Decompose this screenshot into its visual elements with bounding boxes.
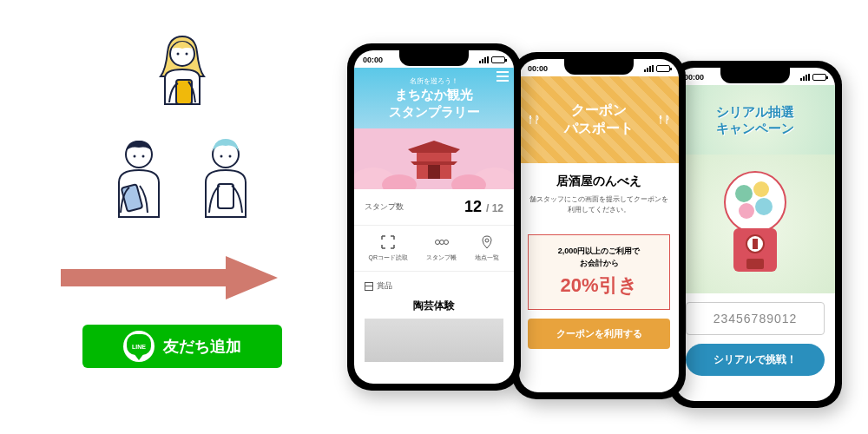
svg-rect-32 — [806, 75, 807, 81]
svg-point-25 — [485, 239, 489, 242]
svg-point-6 — [142, 155, 145, 158]
phone-notch — [720, 68, 790, 83]
hero-title-line1: シリアル抽選 — [716, 103, 794, 121]
svg-point-1 — [177, 53, 180, 56]
stamp-total: / 12 — [486, 202, 503, 214]
coupon-condition-l1: 2,000円以上のご利用で — [536, 246, 662, 258]
stamp-current: 12 — [464, 198, 482, 215]
svg-point-22 — [435, 240, 439, 245]
phone-coupon: 00:00 クーポン パスポート 居酒屋のんべえ 舗スタッフにこの画面を提示して… — [512, 52, 686, 399]
phone-notch — [564, 59, 634, 75]
battery-icon — [812, 74, 826, 81]
fork-knife-icon — [658, 114, 670, 126]
prize-section: 賞品 陶芸体験 — [354, 272, 514, 371]
gift-icon — [365, 282, 373, 291]
serial-challenge-button[interactable]: シリアルで挑戦！ — [686, 344, 825, 376]
gachapon-icon — [716, 168, 794, 280]
person-man-left-icon — [100, 130, 178, 226]
phone-notch — [399, 50, 469, 66]
stamps-icon — [434, 234, 450, 250]
battery-icon — [491, 56, 505, 63]
coupon-discount: 20%引き — [536, 273, 662, 299]
status-time: 00:00 — [363, 56, 383, 64]
svg-point-23 — [439, 240, 444, 245]
svg-rect-28 — [649, 66, 651, 72]
signal-icon — [644, 65, 654, 72]
qr-scan-button[interactable]: QRコード読取 — [369, 234, 409, 262]
stamp-count-row: スタンプ数 12 / 12 — [354, 189, 514, 226]
phone-stamp-rally: 00:00 名所を巡ろう！ まちなか観光 スタンプラリー — [347, 43, 521, 391]
svg-rect-30 — [800, 78, 802, 81]
line-button-label: 友だち追加 — [163, 336, 241, 357]
hero-banner: 名所を巡ろう！ まちなか観光 スタンプラリー — [354, 68, 514, 189]
signal-icon — [479, 56, 490, 63]
svg-rect-14 — [484, 57, 486, 63]
svg-rect-27 — [647, 68, 648, 72]
svg-rect-29 — [652, 65, 654, 72]
prize-item: 陶芸体験 — [365, 299, 503, 313]
coupon-condition-l2: お会計から — [536, 258, 662, 270]
svg-rect-11 — [218, 184, 233, 208]
spot-list-button[interactable]: 地点一覧 — [475, 234, 499, 262]
hero-title-line2: スタンプラリー — [389, 103, 480, 121]
line-logo-icon: LINE — [123, 331, 155, 362]
phone-serial-lottery: 00:00 シリアル抽選 キャンペーン — [668, 61, 842, 408]
people-illustration — [52, 26, 312, 226]
svg-point-9 — [220, 155, 223, 158]
svg-point-37 — [755, 198, 773, 215]
use-coupon-button[interactable]: クーポンを利用する — [528, 319, 670, 349]
person-man-right-icon — [187, 130, 265, 226]
fork-knife-icon — [528, 114, 540, 126]
svg-rect-33 — [808, 74, 810, 81]
gacha-illustration — [675, 155, 835, 293]
svg-point-10 — [229, 155, 232, 158]
svg-point-24 — [444, 240, 448, 245]
svg-rect-13 — [482, 59, 483, 63]
coupon-box: 2,000円以上のご利用で お会計から 20%引き — [528, 234, 670, 310]
hero-title-line2: キャンペーン — [716, 120, 794, 137]
svg-rect-41 — [753, 239, 758, 249]
svg-rect-42 — [746, 259, 764, 269]
hero-banner: クーポン パスポート — [519, 76, 679, 163]
qr-icon — [380, 234, 396, 250]
svg-rect-26 — [644, 69, 646, 72]
serial-input[interactable]: 23456789012 — [686, 302, 825, 335]
menu-icon[interactable] — [496, 71, 509, 82]
status-time: 00:00 — [684, 73, 704, 82]
person-woman-icon — [52, 26, 312, 122]
svg-point-2 — [186, 53, 188, 56]
arrow-icon — [52, 252, 286, 304]
svg-rect-12 — [479, 61, 481, 63]
battery-icon — [656, 65, 670, 72]
action-row: QRコード読取 スタンプ帳 地点一覧 — [354, 226, 514, 272]
hero-title-line2: パスポート — [564, 120, 634, 138]
shop-info: 居酒屋のんべえ 舗スタッフにこの画面を提示してクーポンを利用してください。 — [519, 163, 679, 226]
signal-icon — [800, 74, 811, 81]
pin-icon — [479, 234, 495, 250]
shop-description: 舗スタッフにこの画面を提示してクーポンを利用してください。 — [529, 194, 668, 215]
shop-name: 居酒屋のんべえ — [529, 174, 668, 189]
stamp-label: スタンプ数 — [365, 201, 404, 213]
hero-subtitle: 名所を巡ろう！ — [410, 76, 458, 86]
prize-image — [365, 319, 503, 362]
svg-point-34 — [725, 172, 786, 233]
svg-rect-21 — [428, 163, 440, 179]
line-add-friend-button[interactable]: LINE 友だち追加 — [82, 325, 282, 368]
prize-header: 賞品 — [377, 280, 392, 292]
hero-title-line1: まちなか観光 — [389, 86, 480, 103]
svg-point-38 — [739, 203, 754, 219]
temple-icon — [404, 139, 464, 182]
svg-rect-31 — [803, 76, 805, 81]
svg-point-35 — [735, 185, 753, 202]
hero-title-line1: クーポン — [564, 102, 634, 120]
stamp-book-button[interactable]: スタンプ帳 — [426, 234, 457, 262]
svg-rect-15 — [487, 56, 489, 63]
status-time: 00:00 — [528, 64, 548, 73]
left-panel: LINE 友だち追加 — [52, 26, 312, 368]
hero-banner: シリアル抽選 キャンペーン — [675, 85, 835, 155]
svg-point-5 — [134, 155, 136, 158]
svg-point-36 — [753, 181, 769, 197]
